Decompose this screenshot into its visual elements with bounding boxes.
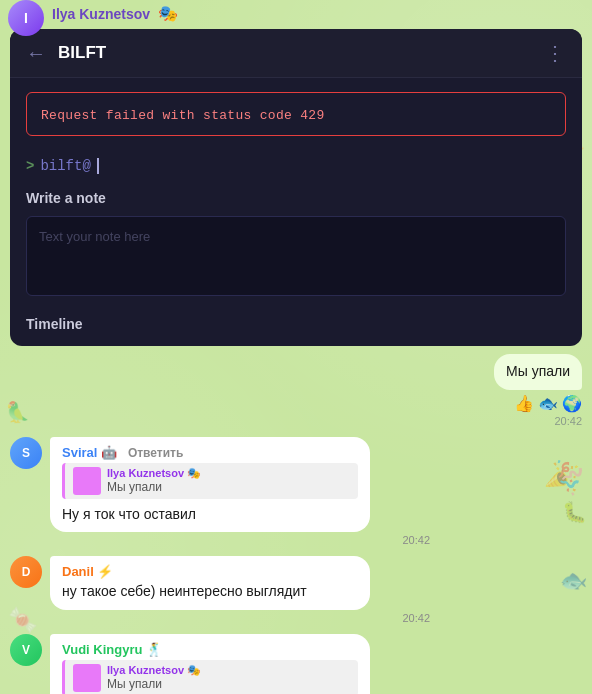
reply-author-sviral: Ilya Kuznetsov 🎭 [107, 467, 201, 480]
sender-avatar: I [8, 0, 44, 36]
mini-app-panel: ← BILFT ⋮ Request failed with status cod… [10, 29, 582, 346]
bubble-danil: Danil ⚡ ну такое себе) неинтересно выгля… [50, 556, 370, 610]
reaction-fish[interactable]: 🐟 [538, 394, 558, 413]
back-button[interactable]: ← [26, 43, 46, 63]
sender-name-danil: Danil ⚡ [62, 564, 358, 579]
note-textarea[interactable] [26, 216, 566, 296]
outgoing-footer: 👍 🐟 🌍 [514, 394, 582, 413]
sender-name-vudi: Vudi Kingyru 🕺 [62, 642, 358, 657]
timeline-label: Timeline [26, 316, 566, 332]
reply-content-vudi: Ilya Kuznetsov 🎭 Мы упали [107, 664, 201, 691]
avatar-sviral: S [10, 437, 42, 469]
sender-name: Ilya Kuznetsov [52, 6, 150, 22]
incoming-text-danil: ну такое себе) неинтересно выглядит [62, 582, 358, 602]
message-danil: D Danil ⚡ ну такое себе) неинтересно выг… [10, 556, 430, 624]
app-container: I Ilya Kuznetsov 🎭 ← BILFT ⋮ Request fai… [0, 0, 592, 694]
command-cursor [97, 158, 99, 174]
avatar-vudi: V [10, 634, 42, 666]
reply-thumbnail-sviral [73, 467, 101, 495]
bubble-sviral: Sviral 🤖 Ответить Ilya Kuznetsov 🎭 Мы уп… [50, 437, 370, 533]
outgoing-text: Мы упали [506, 362, 570, 382]
mini-app-title: BILFT [58, 43, 533, 63]
reactions-row: 👍 🐟 🌍 [514, 394, 582, 413]
telegram-header: I Ilya Kuznetsov 🎭 [0, 0, 592, 29]
reply-author-vudi: Ilya Kuznetsov 🎭 [107, 664, 201, 677]
write-note-label: Write a note [26, 190, 566, 206]
reaction-earth[interactable]: 🌍 [562, 394, 582, 413]
error-box: Request failed with status code 429 [26, 92, 566, 136]
reply-text-sviral: Мы упали [107, 480, 201, 494]
more-button[interactable]: ⋮ [545, 41, 566, 65]
mini-app-header: ← BILFT ⋮ [10, 29, 582, 78]
command-area: > bilft@ [10, 150, 582, 186]
message-sviral: S Sviral 🤖 Ответить Ilya Kuznetsov 🎭 [10, 437, 430, 547]
command-prompt-symbol: > [26, 158, 34, 174]
sender-emoji-icon: 🎭 [158, 4, 178, 23]
command-text: bilft@ [40, 158, 90, 174]
reply-thumbnail-vudi [73, 664, 101, 692]
reply-badge-sviral: Ilya Kuznetsov 🎭 Мы упали [62, 463, 358, 499]
error-message: Request failed with status code 429 [41, 108, 325, 123]
incoming-text-sviral: Ну я ток что оставил [62, 505, 358, 525]
write-note-section: Write a note [10, 186, 582, 312]
timeline-section: Timeline [10, 312, 582, 346]
reply-action-sviral[interactable]: Ответить [128, 446, 183, 460]
reaction-thumbs-up[interactable]: 👍 [514, 394, 534, 413]
reply-content-sviral: Ilya Kuznetsov 🎭 Мы упали [107, 467, 201, 494]
time-danil: 20:42 [50, 612, 430, 624]
outgoing-time: 20:42 [554, 415, 582, 427]
sender-name-sviral: Sviral 🤖 Ответить [62, 445, 358, 460]
message-vudi: V Vudi Kingyru 🕺 Ilya Kuznetsov 🎭 Мы у [10, 634, 430, 694]
reply-text-vudi: Мы упали [107, 677, 201, 691]
time-sviral: 20:42 [50, 534, 430, 546]
reply-badge-vudi: Ilya Kuznetsov 🎭 Мы упали [62, 660, 358, 694]
outgoing-message: Мы упали 👍 🐟 🌍 20:42 [10, 354, 582, 427]
bubble-vudi: Vudi Kingyru 🕺 Ilya Kuznetsov 🎭 Мы упали… [50, 634, 370, 694]
avatar-danil: D [10, 556, 42, 588]
messages-area: Мы упали 👍 🐟 🌍 20:42 S Sviral 🤖 О [0, 354, 592, 694]
outgoing-bubble: Мы упали [494, 354, 582, 390]
